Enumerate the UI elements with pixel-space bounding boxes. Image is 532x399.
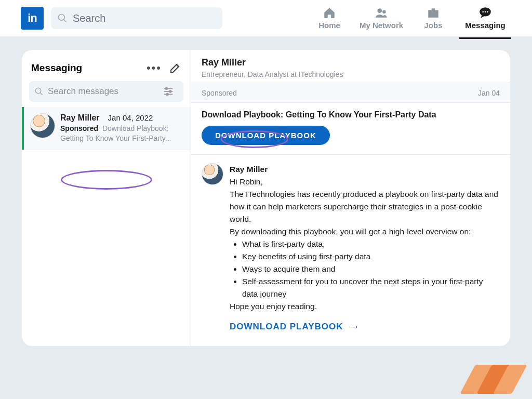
briefcase-icon bbox=[427, 6, 440, 20]
svg-line-9 bbox=[40, 92, 43, 95]
svg-point-6 bbox=[485, 11, 486, 12]
top-nav: in Search Home My Network Jobs Messaging bbox=[0, 0, 532, 36]
message-search-placeholder: Search messages bbox=[48, 86, 163, 97]
arrow-right-icon: → bbox=[349, 318, 361, 336]
people-icon bbox=[375, 6, 388, 20]
sponsored-date: Jan 04 bbox=[478, 89, 500, 97]
thread-date: Jan 04, 2022 bbox=[108, 113, 153, 123]
messaging-heading: Messaging bbox=[31, 62, 147, 74]
svg-point-14 bbox=[169, 90, 171, 92]
nav-home[interactable]: Home bbox=[303, 6, 355, 31]
nav-label: Messaging bbox=[465, 21, 506, 30]
search-icon bbox=[57, 13, 68, 23]
inline-cta-text: DOWNLOAD PLAYBOOK bbox=[230, 320, 343, 334]
svg-point-13 bbox=[166, 88, 168, 90]
nav-label: My Network bbox=[360, 21, 403, 30]
compose-icon[interactable] bbox=[169, 62, 181, 74]
message-sender: Ray Miller bbox=[230, 163, 500, 176]
message-bullets: What is first-party data, Key benefits o… bbox=[230, 238, 500, 300]
message-closing: Hope you enjoy reading. bbox=[230, 300, 500, 313]
svg-point-7 bbox=[487, 11, 488, 12]
message-paragraph: By downloading this playbook, you will g… bbox=[230, 225, 500, 238]
nav-label: Jobs bbox=[424, 21, 442, 30]
thread-list-pane: Messaging ••• Search messages Ray Miller… bbox=[22, 50, 191, 346]
thread-item[interactable]: Ray Miller Jan 04, 2022 Sponsored Downlo… bbox=[22, 107, 191, 150]
download-playbook-button[interactable]: DOWNLOAD PLAYBOOK bbox=[202, 126, 330, 145]
conversation-header: Ray Miller Entrepreneur, Data Analyst at… bbox=[191, 50, 510, 83]
messaging-icon bbox=[478, 6, 492, 20]
search-icon bbox=[34, 87, 44, 96]
nav-messaging[interactable]: Messaging bbox=[459, 6, 511, 31]
brand-logo bbox=[470, 365, 520, 394]
conversation-sender-title: Entrepreneur, Data Analyst at ITechnolog… bbox=[202, 70, 500, 78]
thread-sender-name: Ray Miller bbox=[60, 113, 100, 123]
message-paragraph: The ITechnologies has recently produced … bbox=[230, 188, 500, 225]
sponsored-label: Sponsored bbox=[202, 89, 237, 97]
nav-jobs[interactable]: Jobs bbox=[407, 6, 459, 31]
message-body: Ray Miller Hi Robin, The ITechnologies h… bbox=[191, 155, 510, 336]
svg-point-5 bbox=[482, 11, 484, 12]
svg-point-3 bbox=[382, 10, 386, 13]
sponsored-tag: Sponsored bbox=[60, 124, 98, 132]
cta-block: Download Playbook: Getting To Know Your … bbox=[191, 103, 510, 155]
message-subject: Download Playbook: Getting To Know Your … bbox=[202, 110, 500, 119]
sponsored-bar: Sponsored Jan 04 bbox=[191, 83, 510, 103]
bullet: Key benefits of using first-party data bbox=[242, 250, 500, 263]
svg-point-8 bbox=[35, 88, 41, 94]
home-icon bbox=[323, 6, 336, 20]
filter-icon[interactable] bbox=[163, 86, 174, 97]
download-playbook-link[interactable]: DOWNLOAD PLAYBOOK → bbox=[230, 318, 500, 336]
conversation-pane: Ray Miller Entrepreneur, Data Analyst at… bbox=[191, 50, 510, 346]
nav-network[interactable]: My Network bbox=[355, 6, 407, 31]
bullet: Ways to acquire them and bbox=[242, 263, 500, 275]
message-search-input[interactable]: Search messages bbox=[29, 81, 183, 102]
conversation-sender-name: Ray Miller bbox=[202, 57, 500, 68]
svg-point-0 bbox=[59, 15, 65, 21]
avatar bbox=[30, 113, 55, 138]
linkedin-logo[interactable]: in bbox=[21, 7, 44, 30]
message-greeting: Hi Robin, bbox=[230, 176, 500, 188]
svg-point-2 bbox=[377, 8, 382, 13]
search-placeholder: Search bbox=[73, 12, 105, 24]
global-search-input[interactable]: Search bbox=[51, 7, 222, 29]
bullet: What is first-party data, bbox=[242, 238, 500, 250]
svg-point-15 bbox=[166, 94, 168, 96]
thread-preview: Sponsored Download Playbook: Getting To … bbox=[60, 124, 184, 143]
nav-label: Home bbox=[318, 21, 340, 30]
svg-line-1 bbox=[64, 20, 66, 22]
bullet: Self-assessment for you to uncover the n… bbox=[242, 275, 500, 300]
messaging-panel: Messaging ••• Search messages Ray Miller… bbox=[22, 50, 510, 346]
avatar bbox=[202, 163, 223, 185]
more-options-button[interactable]: ••• bbox=[147, 61, 162, 75]
